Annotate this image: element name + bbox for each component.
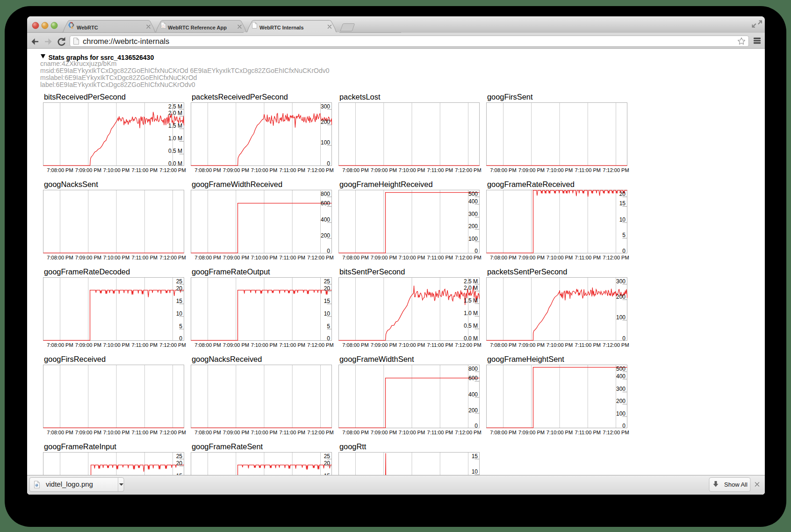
svg-text:7:10:00 PM: 7:10:00 PM bbox=[251, 342, 277, 348]
svg-text:7:09:00 PM: 7:09:00 PM bbox=[518, 430, 545, 435]
svg-text:10: 10 bbox=[619, 216, 626, 223]
svg-text:0: 0 bbox=[327, 335, 330, 342]
svg-text:500: 500 bbox=[468, 191, 478, 197]
svg-text:7:11:00 PM: 7:11:00 PM bbox=[427, 255, 453, 260]
svg-text:7:09:00 PM: 7:09:00 PM bbox=[75, 342, 101, 348]
svg-text:7:10:00 PM: 7:10:00 PM bbox=[103, 430, 129, 435]
svg-text:7:10:00 PM: 7:10:00 PM bbox=[547, 167, 573, 173]
svg-text:7:08:00 PM: 7:08:00 PM bbox=[47, 255, 73, 260]
svg-text:2.5 M: 2.5 M bbox=[464, 278, 478, 285]
svg-text:chrome://webrtc-internals: chrome://webrtc-internals bbox=[83, 37, 169, 45]
svg-text:7:09:00 PM: 7:09:00 PM bbox=[75, 167, 101, 173]
svg-text:7:11:00 PM: 7:11:00 PM bbox=[427, 430, 453, 435]
svg-text:20: 20 bbox=[619, 191, 626, 197]
svg-text:7:12:00 PM: 7:12:00 PM bbox=[159, 342, 186, 348]
svg-text:7:12:00 PM: 7:12:00 PM bbox=[455, 430, 481, 435]
svg-text:7:09:00 PM: 7:09:00 PM bbox=[371, 255, 397, 260]
svg-text:7:08:00 PM: 7:08:00 PM bbox=[194, 430, 221, 435]
svg-text:7:10:00 PM: 7:10:00 PM bbox=[547, 430, 573, 435]
svg-text:25: 25 bbox=[176, 278, 183, 285]
svg-text:7:10:00 PM: 7:10:00 PM bbox=[399, 255, 425, 260]
svg-text:0: 0 bbox=[327, 160, 330, 167]
svg-text:7:10:00 PM: 7:10:00 PM bbox=[251, 167, 277, 173]
svg-text:7:12:00 PM: 7:12:00 PM bbox=[603, 255, 629, 260]
svg-text:200: 200 bbox=[321, 232, 330, 239]
svg-text:7:12:00 PM: 7:12:00 PM bbox=[307, 255, 333, 260]
svg-text:7:10:00 PM: 7:10:00 PM bbox=[547, 342, 573, 348]
svg-text:WebRTC Internals: WebRTC Internals bbox=[259, 25, 304, 30]
svg-text:7:08:00 PM: 7:08:00 PM bbox=[490, 167, 516, 173]
svg-text:7:08:00 PM: 7:08:00 PM bbox=[47, 430, 73, 435]
svg-text:100: 100 bbox=[321, 139, 330, 146]
svg-text:300: 300 bbox=[616, 386, 626, 392]
svg-text:7:08:00 PM: 7:08:00 PM bbox=[342, 167, 368, 173]
svg-text:300: 300 bbox=[616, 278, 626, 285]
svg-text:7:11:00 PM: 7:11:00 PM bbox=[575, 430, 600, 435]
svg-text:WebRTC Reference App: WebRTC Reference App bbox=[168, 25, 227, 30]
svg-text:7:10:00 PM: 7:10:00 PM bbox=[399, 430, 425, 435]
svg-text:7:10:00 PM: 7:10:00 PM bbox=[251, 430, 277, 435]
svg-text:7:12:00 PM: 7:12:00 PM bbox=[307, 342, 333, 348]
svg-text:7:10:00 PM: 7:10:00 PM bbox=[399, 167, 425, 173]
svg-text:5: 5 bbox=[622, 232, 626, 238]
svg-text:7:11:00 PM: 7:11:00 PM bbox=[131, 255, 157, 260]
svg-text:7:09:00 PM: 7:09:00 PM bbox=[223, 167, 249, 173]
svg-text:0: 0 bbox=[475, 248, 478, 254]
svg-text:25: 25 bbox=[324, 278, 331, 285]
svg-text:7:08:00 PM: 7:08:00 PM bbox=[47, 167, 73, 173]
svg-text:7:08:00 PM: 7:08:00 PM bbox=[194, 255, 221, 260]
svg-text:2.0 M: 2.0 M bbox=[168, 110, 182, 116]
svg-text:5: 5 bbox=[179, 323, 182, 330]
svg-text:2.0 M: 2.0 M bbox=[464, 285, 478, 291]
svg-text:10: 10 bbox=[472, 468, 478, 475]
svg-text:7:09:00 PM: 7:09:00 PM bbox=[371, 430, 397, 435]
svg-text:0.0 M: 0.0 M bbox=[168, 160, 182, 167]
svg-text:20: 20 bbox=[176, 285, 183, 292]
svg-text:100: 100 bbox=[468, 236, 478, 242]
svg-text:25: 25 bbox=[324, 453, 331, 460]
svg-text:600: 600 bbox=[468, 375, 478, 381]
svg-text:0: 0 bbox=[179, 335, 182, 342]
svg-text:15: 15 bbox=[472, 453, 478, 460]
svg-text:10: 10 bbox=[324, 310, 331, 317]
svg-text:20: 20 bbox=[324, 285, 331, 292]
svg-text:0: 0 bbox=[622, 248, 626, 254]
svg-text:7:08:00 PM: 7:08:00 PM bbox=[47, 342, 73, 348]
svg-text:7:08:00 PM: 7:08:00 PM bbox=[342, 342, 368, 348]
svg-text:7:09:00 PM: 7:09:00 PM bbox=[518, 255, 545, 260]
svg-text:0: 0 bbox=[622, 423, 626, 429]
svg-text:7:08:00 PM: 7:08:00 PM bbox=[194, 167, 221, 173]
svg-text:100: 100 bbox=[616, 314, 626, 321]
svg-text:0.0 M: 0.0 M bbox=[464, 335, 478, 342]
svg-text:7:11:00 PM: 7:11:00 PM bbox=[575, 167, 600, 173]
svg-text:7:10:00 PM: 7:10:00 PM bbox=[103, 167, 129, 173]
svg-text:Show All: Show All bbox=[724, 481, 748, 488]
svg-text:7:12:00 PM: 7:12:00 PM bbox=[159, 167, 186, 173]
svg-text:7:09:00 PM: 7:09:00 PM bbox=[223, 430, 249, 435]
svg-text:7:12:00 PM: 7:12:00 PM bbox=[455, 342, 481, 348]
svg-text:7:09:00 PM: 7:09:00 PM bbox=[75, 430, 101, 435]
svg-text:7:09:00 PM: 7:09:00 PM bbox=[223, 255, 249, 260]
svg-text:300: 300 bbox=[321, 103, 330, 110]
svg-text:7:09:00 PM: 7:09:00 PM bbox=[518, 342, 545, 348]
svg-text:0: 0 bbox=[622, 335, 626, 342]
svg-text:7:10:00 PM: 7:10:00 PM bbox=[251, 255, 277, 260]
svg-text:400: 400 bbox=[321, 216, 330, 223]
svg-text:7:12:00 PM: 7:12:00 PM bbox=[159, 430, 186, 435]
svg-text:7:08:00 PM: 7:08:00 PM bbox=[490, 255, 516, 260]
svg-text:400: 400 bbox=[468, 391, 478, 398]
svg-text:400: 400 bbox=[616, 373, 626, 380]
svg-text:7:10:00 PM: 7:10:00 PM bbox=[547, 255, 573, 260]
svg-text:7:12:00 PM: 7:12:00 PM bbox=[603, 342, 629, 348]
svg-text:7:12:00 PM: 7:12:00 PM bbox=[307, 167, 333, 173]
svg-text:vidtel_logo.png: vidtel_logo.png bbox=[46, 480, 93, 488]
svg-text:0: 0 bbox=[327, 248, 330, 254]
svg-text:7:08:00 PM: 7:08:00 PM bbox=[194, 342, 221, 348]
svg-text:7:08:00 PM: 7:08:00 PM bbox=[490, 430, 516, 435]
svg-text:7:11:00 PM: 7:11:00 PM bbox=[279, 430, 305, 435]
svg-text:7:11:00 PM: 7:11:00 PM bbox=[131, 167, 157, 173]
svg-text:7:08:00 PM: 7:08:00 PM bbox=[342, 255, 368, 260]
svg-text:1.0 M: 1.0 M bbox=[168, 135, 182, 142]
svg-text:7:11:00 PM: 7:11:00 PM bbox=[279, 255, 305, 260]
svg-text:7:10:00 PM: 7:10:00 PM bbox=[103, 255, 129, 260]
